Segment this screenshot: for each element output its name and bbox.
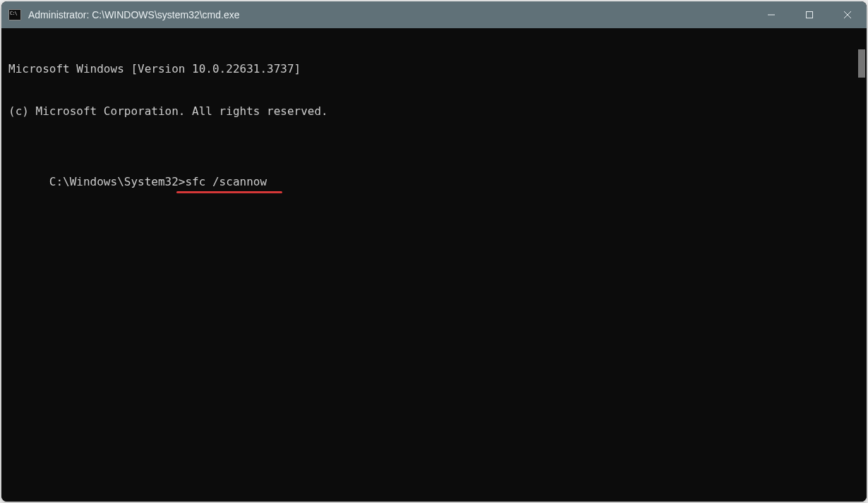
- prompt: C:\Windows\System32>: [49, 175, 186, 188]
- maximize-icon: [805, 11, 814, 19]
- underline-annotation: [176, 191, 282, 193]
- command-text: sfc /scannow: [185, 175, 267, 188]
- scrollbar-thumb[interactable]: [858, 49, 865, 78]
- window-title: Administrator: C:\WINDOWS\system32\cmd.e…: [28, 9, 752, 20]
- terminal-content[interactable]: Microsoft Windows [Version 10.0.22631.37…: [1, 28, 857, 502]
- maximize-button[interactable]: [790, 1, 828, 28]
- close-icon: [843, 11, 852, 19]
- window-controls: [752, 1, 867, 28]
- scrollbar[interactable]: [857, 28, 867, 502]
- svg-rect-1: [807, 12, 813, 18]
- version-line: Microsoft Windows [Version 10.0.22631.37…: [8, 62, 850, 76]
- minimize-button[interactable]: [752, 1, 790, 28]
- cmd-icon: [8, 9, 21, 20]
- command-line: C:\Windows\System32>sfc /scannow: [49, 175, 267, 189]
- titlebar[interactable]: Administrator: C:\WINDOWS\system32\cmd.e…: [1, 1, 867, 28]
- copyright-line: (c) Microsoft Corporation. All rights re…: [8, 104, 850, 119]
- cmd-window: Administrator: C:\WINDOWS\system32\cmd.e…: [1, 1, 867, 502]
- blank-line: [8, 147, 850, 161]
- terminal-body: Microsoft Windows [Version 10.0.22631.37…: [1, 28, 867, 502]
- close-button[interactable]: [828, 1, 867, 28]
- minimize-icon: [767, 11, 776, 19]
